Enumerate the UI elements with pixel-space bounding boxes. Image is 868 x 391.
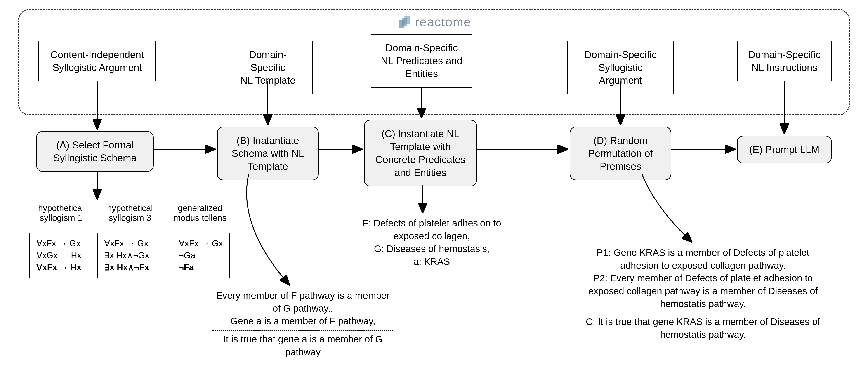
s1-line1: ∀xFx → Gx (36, 237, 81, 250)
ec-l4: a: KRAS (350, 255, 513, 268)
eb-p2: of G pathway., (190, 302, 416, 315)
schema-label-3: generalizedmodus tollens (169, 203, 230, 223)
s2-line2: ∃x Hx∧¬Gx (104, 250, 149, 261)
ed-p1a: P1: Gene KRAS is a member of Defects of … (572, 246, 834, 259)
input-a-text: Content-IndependentSyllogistic Argument (51, 49, 144, 73)
ed-c2: hemostatis pathway. (572, 328, 834, 341)
process-instantiate-predicates: (C) Instantiate NLTemplate withConcrete … (364, 120, 477, 187)
s3-line1: ∀xFx → Gx (179, 237, 223, 250)
input-domain-instructions: Domain-SpecificNL Instructions (737, 41, 832, 82)
s3-conclusion: ¬Fa (179, 261, 223, 273)
input-c-text: Domain-SpecificNL Predicates andEntities (381, 42, 462, 79)
process-c-text: (C) Instantiate NLTemplate withConcrete … (375, 128, 466, 178)
s2-conclusion: ∃x Hx∧¬Fx (104, 261, 149, 273)
eb-c2: pathway (190, 346, 416, 359)
schema-label-1: hypotheticalsyllogism 1 (29, 203, 93, 223)
schema-box-1: ∀xFx → Gx ∀xGx → Hx ∀xFx → Hx (29, 233, 88, 279)
ec-l2: exposed collagen, (350, 230, 513, 243)
ed-p2a: P2: Every member of Defects of platelet … (572, 272, 834, 285)
input-b-text: Domain-SpecificNL Template (240, 49, 296, 86)
reactome-logo: reactome (397, 14, 471, 29)
ed-p1b: adhesion to exposed collagen pathway. (572, 259, 834, 272)
process-a-text: (A) Select FormalSyllogistic Schema (53, 139, 136, 163)
example-d: P1: Gene KRAS is a member of Defects of … (572, 246, 834, 341)
reactome-label: reactome (415, 14, 471, 29)
s1-conclusion: ∀xFx → Hx (36, 261, 81, 273)
ed-c1: C: It is true that gene KRAS is a member… (572, 316, 834, 328)
eb-c1: It is true that gene a is a member of G (190, 333, 416, 346)
example-c: F: Defects of platelet adhesion to expos… (350, 217, 513, 268)
input-d-text: Domain-SpecificSyllogistic Argument (584, 49, 657, 86)
example-b: Every member of F pathway is a member of… (190, 289, 416, 358)
ed-divider (592, 313, 814, 313)
ec-l3: G: Diseases of hemostasis, (350, 242, 513, 255)
process-select-schema: (A) Select FormalSyllogistic Schema (36, 131, 154, 172)
process-d-text: (D) RandomPermutation ofPremises (588, 135, 653, 172)
input-domain-predicates: Domain-SpecificNL Predicates andEntities (371, 34, 472, 88)
input-content-independent: Content-IndependentSyllogistic Argument (38, 41, 156, 82)
process-b-text: (B) InatantiateSchema with NLTemplate (232, 135, 304, 172)
s1-line2: ∀xGx → Hx (36, 250, 81, 261)
input-domain-nl-template: Domain-SpecificNL Template (223, 41, 313, 95)
schema-box-2: ∀xFx → Gx ∃x Hx∧¬Gx ∃x Hx∧¬Fx (97, 233, 156, 279)
eb-p3: Gene a is a member of F pathway, (190, 315, 416, 328)
input-e-text: Domain-SpecificNL Instructions (748, 49, 820, 73)
process-random-permutation: (D) RandomPermutation ofPremises (569, 127, 671, 181)
svg-rect-2 (404, 16, 410, 24)
eb-divider (213, 330, 393, 331)
ed-p2c: hemostatis pathway. (572, 298, 834, 311)
ec-l1: F: Defects of platelet adhesion to (350, 217, 513, 230)
ed-p2b: exposed collagen pathway is a member of … (572, 285, 834, 298)
s2-line1: ∀xFx → Gx (104, 237, 149, 250)
schema-label-2: hypotheticalsyllogism 3 (97, 203, 163, 223)
s3-line2: ¬Ga (179, 250, 223, 261)
process-prompt-llm: (E) Prompt LLM (737, 136, 832, 163)
schema-box-3: ∀xFx → Gx ¬Ga ¬Fa (172, 233, 230, 279)
reactome-icon (397, 15, 412, 29)
process-instantiate-template: (B) InatantiateSchema with NLTemplate (217, 127, 319, 181)
input-domain-syllogistic: Domain-SpecificSyllogistic Argument (567, 41, 674, 95)
process-e-text: (E) Prompt LLM (749, 144, 819, 155)
eb-p1: Every member of F pathway is a member (190, 289, 416, 302)
